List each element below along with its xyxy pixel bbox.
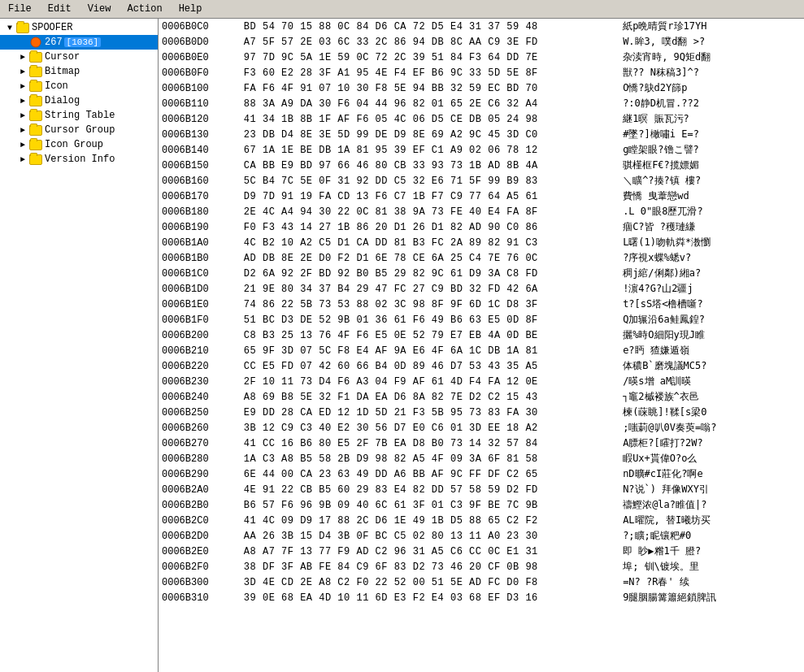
sidebar-item-spoofer[interactable]: ▼ SPOOFER (0, 20, 158, 35)
expander-dialog[interactable]: ► (16, 94, 29, 107)
sidebar-label-string-table: String Table (45, 110, 115, 121)
sidebar-item-icon-group[interactable]: ► Icon Group (0, 137, 158, 152)
table-row: 0006B2A04E 91 22 CB B5 60 29 83 E4 82 DD… (159, 482, 804, 497)
hex-bytes-cell: 41 34 1B 8B 1F AF F6 05 4C 06 D5 CE DB 0… (241, 111, 619, 127)
hex-ascii-cell: 獣?? N秣稿3]^? (619, 65, 804, 80)
hex-ascii-cell: 体穠B`磨塊議MC5? (619, 358, 804, 374)
hex-bytes-cell: 38 DF 3F AB FE 84 C9 6F 83 D2 73 46 20 C… (241, 559, 619, 574)
table-row: 0006B1B0AD DB 8E 2E D0 F2 D1 6E 78 CE 6A… (159, 250, 804, 266)
menu-file[interactable]: File (3, 2, 37, 16)
hex-ascii-cell: g瞠架眼?镥こ譬? (619, 142, 804, 158)
hex-address-cell: 0006B0F0 (159, 65, 241, 80)
hex-bytes-cell: 4C B2 10 A2 C5 D1 CA DD 81 B3 FC 2A 89 8… (241, 235, 619, 250)
table-row: 0006B2C041 4C 09 D9 17 88 2C D6 1E 49 1B… (159, 513, 804, 528)
table-row: 0006B11088 3A A9 DA 30 F6 04 44 96 82 01… (159, 96, 804, 111)
hex-bytes-cell: 88 3A A9 DA 30 F6 04 44 96 82 01 65 2E C… (241, 96, 619, 111)
hex-bytes-cell: 41 4C 09 D9 17 88 2C D6 1E 49 1B D5 88 6… (241, 513, 619, 528)
expander-spoofer[interactable]: ▼ (3, 21, 16, 34)
sidebar-item-version-info[interactable]: ► Version Info (0, 152, 158, 167)
hex-bytes-cell: FA F6 4F 91 07 10 30 F8 5E 94 BB 32 59 E… (241, 80, 619, 96)
table-row: 0006B1C0D2 6A 92 2F BD 92 B0 B5 29 82 9C… (159, 266, 804, 281)
hex-ascii-cell: AL曜院, 替I曦坊买 (619, 513, 804, 528)
hex-address-cell: 0006B2E0 (159, 544, 241, 559)
sidebar-item-cursor-group[interactable]: ► Cursor Group (0, 123, 158, 137)
hex-address-cell: 0006B200 (159, 327, 241, 343)
hex-address-cell: 0006B250 (159, 405, 241, 420)
hex-address-cell: 0006B210 (159, 343, 241, 358)
hex-bytes-cell: 3B 12 C9 C3 40 E2 30 56 D7 E0 C6 01 3D E… (241, 420, 619, 436)
sidebar-label-dialog: Dialog (45, 95, 80, 106)
expander-cursor[interactable]: ► (16, 50, 29, 63)
table-row: 0006B2F038 DF 3F AB FE 84 C9 6F 83 D2 73… (159, 559, 804, 574)
hex-bytes-cell: F0 F3 43 14 27 1B 86 20 D1 26 D1 82 AD 9… (241, 219, 619, 235)
menu-action[interactable]: Action (122, 2, 167, 16)
sidebar-label-cursor: Cursor (45, 51, 80, 63)
expander-icon[interactable]: ► (16, 80, 29, 93)
hex-ascii-cell: 楝(蔝眺]!鞣[s梁0 (619, 405, 804, 420)
svg-point-0 (31, 37, 41, 47)
hex-bytes-cell: A7 5F 57 2E 03 6C 33 2C 86 94 DB 8C AA C… (241, 34, 619, 50)
hex-address-cell: 0006B1B0 (159, 250, 241, 266)
expander-icon-group[interactable]: ► (16, 138, 29, 151)
hex-address-cell: 0006B280 (159, 451, 241, 466)
hex-address-cell: 0006B2D0 (159, 528, 241, 544)
menu-edit[interactable]: Edit (43, 2, 76, 16)
hex-ascii-cell: 痼C?皆 ?穫璉縑 (619, 219, 804, 235)
sidebar-label-cursor-group: Cursor Group (45, 124, 115, 136)
menu-view[interactable]: View (83, 2, 116, 16)
hex-ascii-cell: ?序視x蝶%蟋v? (619, 250, 804, 266)
hex-address-cell: 0006B2F0 (159, 559, 241, 574)
hex-ascii-cell: 稠j綰/俐鄰)緗a? (619, 266, 804, 281)
sidebar-label-icon-group: Icon Group (45, 139, 103, 150)
hex-address-cell: 0006B1E0 (159, 297, 241, 312)
hex-address-cell: 0006B2B0 (159, 497, 241, 513)
sidebar-item-267[interactable]: 267 [1036] (0, 35, 158, 50)
table-row: 0006B150CA BB E9 BD 97 66 46 80 CB 33 93… (159, 158, 804, 173)
hex-bytes-cell: 51 BC D3 DE 52 9B 01 36 61 F6 49 B6 63 E… (241, 312, 619, 327)
hex-ascii-cell: O憍?鴃d2Y篩p (619, 80, 804, 96)
hex-bytes-cell: BD 54 70 15 88 0C 84 D6 CA 72 D5 E4 31 3… (241, 19, 619, 34)
menu-help[interactable]: Help (174, 2, 207, 16)
sidebar-badge-267: [1036] (64, 37, 102, 47)
hex-address-cell: 0006B310 (159, 590, 241, 605)
hex-ascii-cell: =N? ?R春' 续 (619, 574, 804, 590)
hex-address-cell: 0006B230 (159, 374, 241, 389)
table-row: 0006B190F0 F3 43 14 27 1B 86 20 D1 26 D1… (159, 219, 804, 235)
sidebar-item-cursor[interactable]: ► Cursor (0, 50, 158, 64)
sidebar-label-267: 267 (45, 37, 63, 48)
hex-ascii-cell: ?:0静D机冒.??2 (619, 96, 804, 111)
expander-version-info[interactable]: ► (16, 153, 29, 166)
table-row: 0006B31039 0E 68 EA 4D 10 11 6D E3 F2 E4… (159, 590, 804, 605)
hex-ascii-cell: 禱鰹浓@la?睢值|? (619, 497, 804, 513)
hex-bytes-cell: 67 1A 1E BE DB 1A 81 95 39 EF C1 A9 02 0… (241, 142, 619, 158)
sidebar-item-dialog[interactable]: ► Dialog (0, 93, 158, 108)
hex-bytes-cell: 2E 4C A4 94 30 22 0C 81 38 9A 73 FE 40 E… (241, 204, 619, 219)
hex-bytes-cell: AA 26 3B 15 D4 3B 0F BC C5 02 80 13 11 A… (241, 528, 619, 544)
hex-address-cell: 0006B1C0 (159, 266, 241, 281)
hex-bytes-cell: D2 6A 92 2F BD 92 B0 B5 29 82 9C 61 D9 3… (241, 266, 619, 281)
table-row: 0006B200C8 B3 25 13 76 4F F6 E5 0E 52 79… (159, 327, 804, 343)
hex-bytes-cell: 41 CC 16 B6 80 E5 2F 7B EA D8 B0 73 14 3… (241, 436, 619, 451)
expander-cursor-group[interactable]: ► (16, 124, 29, 137)
hex-bytes-cell: 2F 10 11 73 D4 F6 A3 04 F9 AF 61 4D F4 F… (241, 374, 619, 389)
table-row: 0006B1802E 4C A4 94 30 22 0C 81 38 9A 73… (159, 204, 804, 219)
expander-bitmap[interactable]: ► (16, 65, 29, 78)
sidebar-label-version-info: Version Info (45, 154, 115, 165)
folder-icon-dialog (29, 96, 42, 106)
hex-bytes-cell: 65 9F 3D 07 5C F8 E4 AF 9A E6 4F 6A 1C D… (241, 343, 619, 358)
hex-panel[interactable]: 0006B0C0BD 54 70 15 88 0C 84 D6 CA 72 D5… (159, 19, 804, 672)
table-row: 0006B0D0A7 5F 57 2E 03 6C 33 2C 86 94 DB… (159, 34, 804, 50)
folder-icon-string-table (29, 111, 42, 121)
sidebar-item-bitmap[interactable]: ► Bitmap (0, 64, 158, 79)
table-row: 0006B170D9 7D 91 19 FA CD 13 F6 C7 1B F7… (159, 189, 804, 204)
hex-ascii-cell: L曙(1)吻軌粦*漖懰 (619, 235, 804, 250)
sidebar-item-icon[interactable]: ► Icon (0, 79, 158, 93)
hex-ascii-cell: 睱Ux+貰偉O?o么 (619, 451, 804, 466)
hex-address-cell: 0006B2A0 (159, 482, 241, 497)
table-row: 0006B2E0A8 A7 7F 13 77 F9 AD C2 96 31 A5… (159, 544, 804, 559)
item-icon-267 (29, 36, 42, 49)
folder-icon-version-info (29, 154, 42, 165)
expander-string-table[interactable]: ► (16, 109, 29, 122)
sidebar-item-string-table[interactable]: ► String Table (0, 108, 158, 123)
folder-icon-cursor (29, 52, 42, 63)
